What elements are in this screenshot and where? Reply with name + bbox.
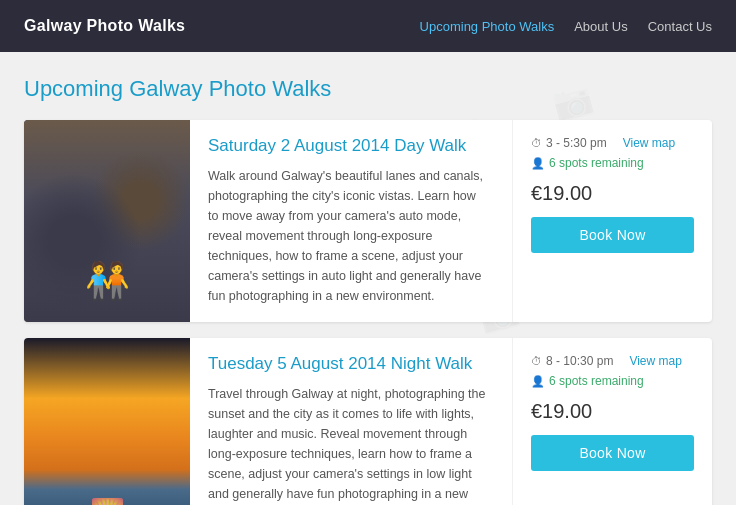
walk-card-2: Tuesday 5 August 2014 Night Walk Travel … — [24, 338, 712, 505]
view-map-link-2[interactable]: View map — [629, 354, 681, 368]
person-icon-2: 👤 — [531, 375, 545, 388]
walk-photo-sunset — [24, 338, 190, 505]
walk-body-2: Tuesday 5 August 2014 Night Walk Travel … — [190, 338, 512, 505]
walk-image-2 — [24, 338, 190, 505]
walk-meta-2: ⏱ 8 - 10:30 pm View map — [531, 354, 682, 368]
walk-time-1: ⏱ 3 - 5:30 pm — [531, 136, 607, 150]
walk-title-2: Tuesday 5 August 2014 Night Walk — [208, 354, 494, 374]
walk-meta-1: ⏱ 3 - 5:30 pm View map — [531, 136, 675, 150]
walk-card-1: Saturday 2 August 2014 Day Walk Walk aro… — [24, 120, 712, 322]
nav-contact-us[interactable]: Contact Us — [648, 19, 712, 34]
walk-image-1 — [24, 120, 190, 322]
site-logo: Galway Photo Walks — [24, 17, 185, 35]
walk-photo-graffiti — [24, 120, 190, 322]
view-map-link-1[interactable]: View map — [623, 136, 675, 150]
clock-icon-2: ⏱ — [531, 355, 542, 367]
book-now-button-2[interactable]: Book Now — [531, 435, 694, 471]
book-now-button-1[interactable]: Book Now — [531, 217, 694, 253]
site-header: Galway Photo Walks Upcoming Photo Walks … — [0, 0, 736, 52]
clock-icon-1: ⏱ — [531, 137, 542, 149]
spots-remaining-1: 👤 6 spots remaining — [531, 156, 644, 170]
walk-price-2: €19.00 — [531, 400, 592, 423]
walk-sidebar-1: ⏱ 3 - 5:30 pm View map 👤 6 spots remaini… — [512, 120, 712, 322]
nav-upcoming-walks[interactable]: Upcoming Photo Walks — [420, 19, 555, 34]
spots-remaining-2: 👤 6 spots remaining — [531, 374, 644, 388]
main-nav: Upcoming Photo Walks About Us Contact Us — [420, 19, 712, 34]
walk-time-2: ⏱ 8 - 10:30 pm — [531, 354, 613, 368]
page-title: Upcoming Galway Photo Walks — [24, 76, 712, 102]
main-content: 📷 📷 📷 📷 📷 📷 📷 Upcoming Galway Photo Walk… — [0, 52, 736, 505]
walk-description-1: Walk around Galway's beautiful lanes and… — [208, 166, 488, 306]
walk-body-1: Saturday 2 August 2014 Day Walk Walk aro… — [190, 120, 512, 322]
nav-about-us[interactable]: About Us — [574, 19, 627, 34]
walk-description-2: Travel through Galway at night, photogra… — [208, 384, 488, 505]
walk-price-1: €19.00 — [531, 182, 592, 205]
person-icon-1: 👤 — [531, 157, 545, 170]
walk-sidebar-2: ⏱ 8 - 10:30 pm View map 👤 6 spots remain… — [512, 338, 712, 505]
walk-title-1: Saturday 2 August 2014 Day Walk — [208, 136, 494, 156]
